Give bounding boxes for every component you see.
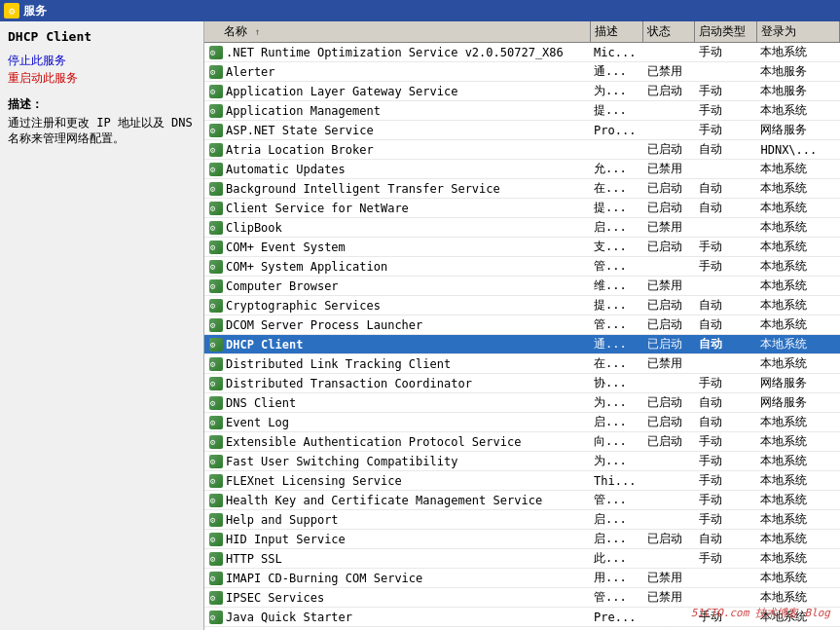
table-row[interactable]: ⚙COM+ System Application管...手动本地系统: [204, 257, 840, 277]
table-row[interactable]: ⚙Cryptographic Services提...已启动自动本地系统: [204, 296, 840, 315]
table-row[interactable]: ⚙Fast User Switching Compatibility为...手动…: [204, 452, 840, 471]
table-row[interactable]: ⚙ASP.NET State ServicePro...手动网络服务: [204, 121, 840, 140]
cell-name: ⚙COM+ Event System: [204, 238, 590, 257]
cell-status: [643, 121, 695, 140]
cell-desc: 用...: [590, 569, 643, 588]
service-icon: ⚙: [208, 395, 224, 411]
service-icon: ⚙: [208, 142, 224, 158]
table-row[interactable]: ⚙FLEXnet Licensing ServiceThi...手动本地系统: [204, 471, 840, 491]
col-header-name[interactable]: 名称 ↑: [204, 21, 590, 43]
cell-status: 已启动: [643, 413, 695, 432]
cell-logon: 网络服务: [756, 374, 839, 393]
table-row[interactable]: ⚙Help and Support启...手动本地系统: [204, 510, 840, 530]
cell-status: 已禁用: [643, 588, 695, 608]
service-name-text: Distributed Link Tracking Client: [226, 357, 451, 371]
table-row[interactable]: ⚙Background Intelligent Transfer Service…: [204, 179, 840, 199]
cell-desc: 允...: [590, 160, 643, 179]
service-icon: ⚙: [208, 376, 224, 391]
table-row[interactable]: ⚙Application Management提...手动本地系统: [204, 101, 840, 121]
cell-name: ⚙DNS Client: [204, 393, 590, 413]
table-row[interactable]: ⚙Atria Location Broker已启动自动HDNX\...: [204, 140, 840, 160]
cell-status: 已启动: [643, 179, 695, 199]
cell-desc: 金...: [590, 627, 643, 631]
table-row[interactable]: ⚙Distributed Link Tracking Client在...已禁用…: [204, 354, 840, 374]
cell-starttype: 手动: [695, 549, 757, 569]
service-icon: ⚙: [208, 45, 224, 60]
table-row[interactable]: ⚙Event Log启...已启动自动本地系统: [204, 413, 840, 432]
cell-status: 已启动: [643, 82, 695, 101]
cell-logon: 本地系统: [756, 43, 839, 62]
service-name-text: COM+ Event System: [226, 241, 346, 254]
service-name-text: DNS Client: [226, 396, 296, 410]
cell-logon: 本地系统: [756, 608, 839, 627]
cell-logon: 本地系统: [756, 471, 839, 491]
cell-starttype: 手动: [695, 238, 757, 257]
service-name-text: COM+ System Application: [226, 260, 387, 274]
cell-name: ⚙Distributed Link Tracking Client: [204, 354, 590, 374]
cell-status: 已禁用: [643, 569, 695, 588]
cell-starttype: 自动: [695, 140, 757, 160]
table-row[interactable]: ⚙DNS Client为...已启动自动网络服务: [204, 393, 840, 413]
header-row: 名称 ↑ 描述 状态 启动类型 登录为: [204, 21, 840, 43]
service-name-text: Application Layer Gateway Service: [226, 85, 457, 98]
service-icon: ⚙: [208, 84, 224, 99]
table-row[interactable]: ⚙Health Key and Certificate Management S…: [204, 491, 840, 510]
service-name-text: Fast User Switching Compatibility: [226, 455, 457, 468]
table-header: 名称 ↑ 描述 状态 启动类型 登录为: [204, 21, 840, 43]
col-header-desc[interactable]: 描述: [590, 21, 643, 43]
table-row[interactable]: ⚙COM+ Event System支...已启动手动本地系统: [204, 238, 840, 257]
table-row[interactable]: ⚙IMAPI CD-Burning COM Service用...已禁用本地系统: [204, 569, 840, 588]
title-bar-icon: ⚙: [4, 3, 19, 19]
table-row[interactable]: ⚙HTTP SSL此...手动本地系统: [204, 549, 840, 569]
stop-service-link[interactable]: 停止此服务: [8, 52, 196, 69]
cell-name: ⚙Extensible Authentication Protocol Serv…: [204, 432, 590, 452]
cell-logon: 本地系统: [756, 354, 839, 374]
cell-logon: 本地系统: [756, 588, 839, 608]
cell-desc: 启...: [590, 510, 643, 530]
table-row[interactable]: ⚙Alerter通...已禁用本地服务: [204, 62, 840, 82]
restart-service-link[interactable]: 重启动此服务: [8, 69, 196, 87]
cell-logon: 本地服务: [756, 62, 839, 82]
cell-name: ⚙.NET Runtime Optimization Service v2.0.…: [204, 43, 590, 62]
table-row[interactable]: ⚙Application Layer Gateway Service为...已启…: [204, 82, 840, 101]
table-row[interactable]: ⚙Automatic Updates允...已禁用本地系统: [204, 160, 840, 179]
service-icon: ⚙: [208, 493, 224, 508]
table-row[interactable]: ⚙HID Input Service启...已启动自动本地系统: [204, 530, 840, 549]
action-links: 停止此服务 重启动此服务: [8, 52, 196, 87]
table-row[interactable]: ⚙Extensible Authentication Protocol Serv…: [204, 432, 840, 452]
table-row[interactable]: ⚙Distributed Transaction Coordinator协...…: [204, 374, 840, 393]
table-row[interactable]: ⚙DCOM Server Process Launcher管...已启动自动本地…: [204, 315, 840, 335]
cell-status: [643, 510, 695, 530]
cell-status: 已启动: [643, 238, 695, 257]
cell-starttype: 自动: [695, 179, 757, 199]
service-name-text: .NET Runtime Optimization Service v2.0.5…: [226, 46, 564, 59]
service-icon: ⚙: [208, 181, 224, 197]
table-row[interactable]: ⚙ClipBook启...已禁用本地系统: [204, 218, 840, 238]
service-name-text: IPSEC Services: [226, 591, 324, 605]
cell-desc: 通...: [590, 335, 643, 354]
right-panel[interactable]: 名称 ↑ 描述 状态 启动类型 登录为 ⚙.NET Runtime Optimi…: [204, 21, 840, 630]
col-header-logon[interactable]: 登录为: [756, 21, 839, 43]
service-name-text: Help and Support: [226, 513, 339, 527]
service-icon: ⚙: [208, 240, 224, 255]
service-name-text: Application Management: [226, 104, 381, 118]
table-row[interactable]: ⚙Client Service for NetWare提...已启动自动本地系统: [204, 199, 840, 218]
col-header-starttype[interactable]: 启动类型: [695, 21, 757, 43]
table-row[interactable]: ⚙DHCP Client通...已启动自动本地系统: [204, 335, 840, 354]
service-name-text: Atria Location Broker: [226, 143, 374, 157]
cell-name: ⚙Application Management: [204, 101, 590, 121]
col-header-status[interactable]: 状态: [643, 21, 695, 43]
table-row[interactable]: ⚙Java Quick StarterPre...手动本地系统: [204, 608, 840, 627]
cell-name: ⚙HID Input Service: [204, 530, 590, 549]
table-row[interactable]: ⚙IPSEC Services管...已禁用本地系统: [204, 588, 840, 608]
service-name-text: Distributed Transaction Coordinator: [226, 377, 472, 390]
service-name-text: HTTP SSL: [226, 552, 282, 566]
cell-status: [643, 608, 695, 627]
cell-status: [643, 374, 695, 393]
table-row[interactable]: ⚙.NET Runtime Optimization Service v2.0.…: [204, 43, 840, 62]
service-icon: ⚙: [208, 259, 224, 275]
cell-logon: 本地系统: [756, 257, 839, 277]
table-row[interactable]: ⚙Kingsoft Core Service金...已启动自动本地系统: [204, 627, 840, 631]
table-row[interactable]: ⚙Computer Browser维...已禁用本地系统: [204, 277, 840, 296]
cell-logon: 本地系统: [756, 218, 839, 238]
